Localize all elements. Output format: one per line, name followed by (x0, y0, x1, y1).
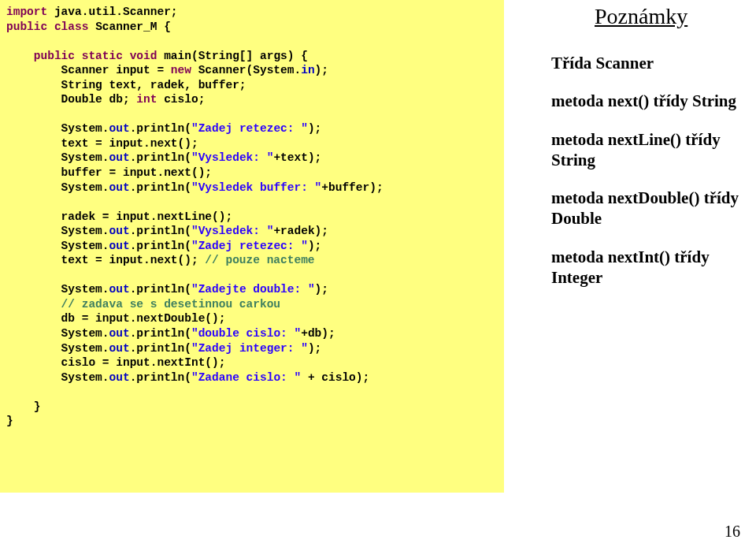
code-token: "Zadejte double: " (191, 283, 315, 296)
code-token: out (109, 225, 130, 237)
code-token: new (171, 64, 191, 76)
code-token: "Vysledek: " (191, 151, 273, 164)
code-token: class (54, 20, 89, 33)
code-token: "Zadane cislo: " (191, 371, 301, 384)
code-token: ); (315, 64, 328, 76)
code-token: main(String[] args) { (157, 50, 307, 62)
code-token: int (136, 93, 157, 106)
code-token: ); (308, 240, 321, 252)
code-token: System. (6, 371, 109, 384)
code-token: ); (308, 342, 321, 355)
code-token: // zadava se s desetinnou carkou (6, 298, 280, 311)
code-token: "Vysledek buffer: " (191, 181, 321, 194)
code-token: System. (6, 181, 109, 194)
code-token: in (301, 64, 314, 76)
code-token: .println( (130, 327, 191, 340)
code-token: radek = input.nextLine(); (6, 210, 232, 223)
code-token: +text); (273, 151, 321, 164)
code-token: out (109, 181, 130, 194)
page-number: 16 (724, 523, 740, 541)
code-token: System. (6, 225, 109, 237)
code-token: System. (6, 122, 109, 135)
code-token: "double cislo: " (191, 327, 301, 340)
code-token: out (109, 283, 130, 296)
code-token: + cislo); (301, 371, 369, 384)
code-token: .println( (130, 342, 191, 355)
code-token: .println( (130, 240, 191, 252)
code-token: .println( (130, 283, 191, 296)
code-token: "Zadej retezec: " (191, 122, 308, 135)
code-token: "Zadej retezec: " (191, 240, 308, 252)
code-token: .println( (130, 151, 191, 164)
note-item: Třída Scanner (551, 53, 748, 73)
code-token: void (130, 50, 158, 62)
code-token: .println( (130, 371, 191, 384)
note-item: metoda nextLine() třídy String (551, 129, 748, 171)
note-item: metoda nextInt() třídy Integer (551, 247, 748, 288)
code-token: System. (6, 327, 109, 340)
code-token: } (6, 400, 41, 413)
code-token: String text, radek, buffer; (6, 79, 246, 91)
code-token: static (82, 50, 123, 62)
code-token: .println( (130, 122, 191, 135)
code-token: public (6, 50, 75, 62)
code-token: text = input.next(); (6, 254, 205, 266)
code-token (123, 50, 130, 62)
code-token: System. (6, 283, 109, 296)
code-token: java.util.Scanner; (47, 6, 177, 18)
code-token: text = input.next(); (6, 137, 198, 150)
code-token: Scanner input = (6, 64, 171, 76)
code-token: +radek); (273, 225, 328, 237)
notes-sidebar: Poznámky Třída Scanner metoda next() tří… (551, 4, 748, 305)
code-token: out (109, 371, 130, 384)
code-token: ); (308, 122, 321, 135)
code-token: // pouze nacteme (205, 254, 314, 266)
code-token: cislo = input.nextInt(); (6, 356, 225, 369)
code-token (47, 20, 54, 33)
note-item: metoda next() třídy String (551, 91, 748, 111)
code-token: .println( (130, 225, 191, 237)
code-token: System. (6, 342, 109, 355)
code-token: out (109, 327, 130, 340)
code-token: out (109, 342, 130, 355)
code-token: Scanner(System. (191, 64, 301, 76)
code-block: import java.util.Scanner; public class S… (0, 0, 504, 493)
code-token: cislo; (157, 93, 205, 106)
code-token: } (6, 415, 13, 427)
code-token: out (109, 240, 130, 252)
code-token: db = input.nextDouble(); (6, 312, 225, 325)
code-token: "Zadej integer: " (191, 342, 308, 355)
code-token (75, 50, 82, 62)
code-token: .println( (130, 181, 191, 194)
code-token: System. (6, 151, 109, 164)
code-token: +db); (301, 327, 335, 340)
code-token: +buffer); (321, 181, 383, 194)
code-token: public (6, 20, 47, 33)
code-token: buffer = input.next(); (6, 166, 212, 179)
code-token: Double db; (6, 93, 136, 106)
note-item: metoda nextDouble() třídy Double (551, 188, 748, 229)
code-token: System. (6, 240, 109, 252)
code-token: out (109, 122, 130, 135)
code-token: Scanner_M { (88, 20, 170, 33)
code-token: import (6, 6, 47, 18)
code-token: out (109, 151, 130, 164)
code-token: ); (315, 283, 328, 296)
code-token: "Vysledek: " (191, 225, 273, 237)
notes-heading: Poznámky (551, 4, 748, 29)
